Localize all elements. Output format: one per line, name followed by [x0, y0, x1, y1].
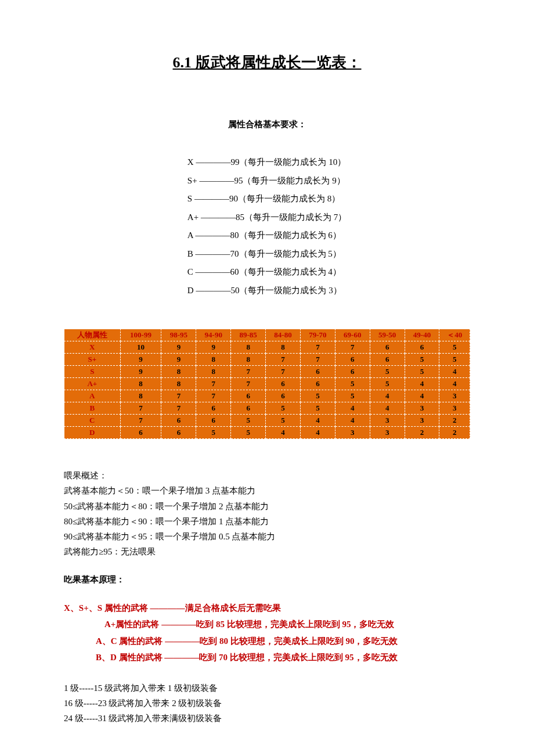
table-cell: 7 [266, 354, 301, 366]
table-cell: 8 [120, 390, 161, 402]
equip-line: 24 级-----31 级武将加入带来满级初级装备 [64, 711, 470, 726]
table-cell: 7 [231, 366, 266, 378]
table-cell: 4 [335, 402, 370, 415]
table-cell: 5 [370, 378, 405, 390]
table-header: 人物属性 [64, 329, 121, 341]
table-cell: 4 [300, 415, 335, 427]
table-cell: 7 [300, 354, 335, 366]
requirement-line: D ————50（每升一级能力成长为 3） [187, 282, 347, 300]
equipment-list: 1 级-----15 级武将加入带来 1 级初级装备 16 级-----23 级… [64, 681, 470, 726]
table-cell: 5 [335, 390, 370, 402]
fruit-line: 50≤武将基本能力＜80：喂一个果子增加 2 点基本能力 [64, 499, 470, 514]
table-cell: 8 [196, 366, 231, 378]
table-cell: 8 [231, 341, 266, 354]
table-cell: 5 [300, 390, 335, 402]
table-cell: 7 [161, 390, 196, 402]
table-row: D6655443322 [64, 427, 470, 439]
table-row: A+8877665544 [64, 378, 470, 390]
table-cell: 7 [161, 402, 196, 415]
table-cell: 10 [120, 341, 161, 354]
table-row: S+9988776655 [64, 354, 470, 366]
table-cell: 6 [335, 366, 370, 378]
table-cell: 8 [161, 378, 196, 390]
table-cell: 7 [335, 341, 370, 354]
table-cell: 6 [161, 415, 196, 427]
table-cell: 3 [335, 427, 370, 439]
table-cell: 4 [439, 366, 470, 378]
table-header: 59-50 [370, 329, 405, 341]
table-cell: 2 [439, 427, 470, 439]
table-cell: 3 [439, 390, 470, 402]
table-header: 100-99 [120, 329, 161, 341]
table-cell: 5 [231, 427, 266, 439]
table-header: 94-90 [196, 329, 231, 341]
table-header: 84-80 [266, 329, 301, 341]
fruit-heading: 喂果概述： [64, 468, 470, 483]
table-cell: 4 [405, 378, 439, 390]
row-label: X [64, 341, 121, 354]
table-cell: 4 [405, 390, 439, 402]
table-cell: 5 [405, 354, 439, 366]
table-cell: 5 [231, 415, 266, 427]
row-label: S+ [64, 354, 121, 366]
table-cell: 3 [405, 415, 439, 427]
table-cell: 3 [405, 402, 439, 415]
table-body: X10998877665S+9988776655S9887766554A+887… [64, 341, 470, 439]
table-cell: 8 [120, 378, 161, 390]
fruit-line: 武将基本能力＜50：喂一个果子增加 3 点基本能力 [64, 483, 470, 498]
table-cell: 7 [120, 402, 161, 415]
table-cell: 8 [161, 366, 196, 378]
row-label: S [64, 366, 121, 378]
equip-line: 1 级-----15 级武将加入带来 1 级初级装备 [64, 681, 470, 696]
table-cell: 5 [335, 378, 370, 390]
table-cell: 7 [231, 378, 266, 390]
table-cell: 8 [231, 354, 266, 366]
requirement-line: X ————99（每升一级能力成长为 10） [187, 153, 347, 172]
fruit-line: 80≤武将基本能力＜90：喂一个果子增加 1 点基本能力 [64, 514, 470, 529]
row-label: A [64, 390, 121, 402]
table-cell: 3 [370, 427, 405, 439]
table-cell: 9 [161, 341, 196, 354]
table-cell: 6 [161, 427, 196, 439]
table-cell: 7 [196, 378, 231, 390]
table-cell: 7 [120, 415, 161, 427]
row-label: B [64, 402, 121, 415]
table-cell: 5 [439, 341, 470, 354]
table-cell: 9 [120, 354, 161, 366]
table-cell: 8 [266, 341, 301, 354]
table-header: 98-95 [161, 329, 196, 341]
table-cell: 4 [439, 378, 470, 390]
table-header: 69-60 [335, 329, 370, 341]
table-cell: 7 [300, 341, 335, 354]
requirement-line: A ————80（每升一级能力成长为 6） [187, 226, 347, 245]
eat-line: X、S+、S 属性的武将 ————满足合格成长后无需吃果 [64, 600, 470, 617]
table-cell: 7 [196, 390, 231, 402]
table-row: B7766554433 [64, 402, 470, 415]
table-cell: 6 [335, 354, 370, 366]
requirements-list: X ————99（每升一级能力成长为 10） S+ ————95（每升一级能力成… [187, 153, 347, 300]
requirement-line: B ————70（每升一级能力成长为 5） [187, 245, 347, 264]
table-cell: 4 [335, 415, 370, 427]
table-cell: 5 [196, 427, 231, 439]
table-cell: 6 [370, 341, 405, 354]
table-cell: 7 [266, 366, 301, 378]
table-cell: 6 [266, 378, 301, 390]
table-cell: 3 [370, 415, 405, 427]
table-cell: 5 [405, 366, 439, 378]
table-cell: 6 [300, 378, 335, 390]
requirement-line: S+ ————95（每升一级能力成长为 9） [187, 172, 347, 190]
table-cell: 6 [120, 427, 161, 439]
table-cell: 4 [370, 390, 405, 402]
table-header: 49-40 [405, 329, 439, 341]
table-cell: 6 [266, 390, 301, 402]
equip-line: 16 级-----23 级武将加入带来 2 级初级装备 [64, 696, 470, 711]
table-row: S9887766554 [64, 366, 470, 378]
table-header: 89-85 [231, 329, 266, 341]
eat-heading: 吃果基本原理： [64, 574, 470, 585]
table-cell: 6 [231, 402, 266, 415]
page-title: 6.1 版武将属性成长一览表： [64, 52, 470, 73]
table-cell: 6 [405, 341, 439, 354]
table-cell: 9 [161, 354, 196, 366]
table-cell: 9 [120, 366, 161, 378]
row-label: C [64, 415, 121, 427]
